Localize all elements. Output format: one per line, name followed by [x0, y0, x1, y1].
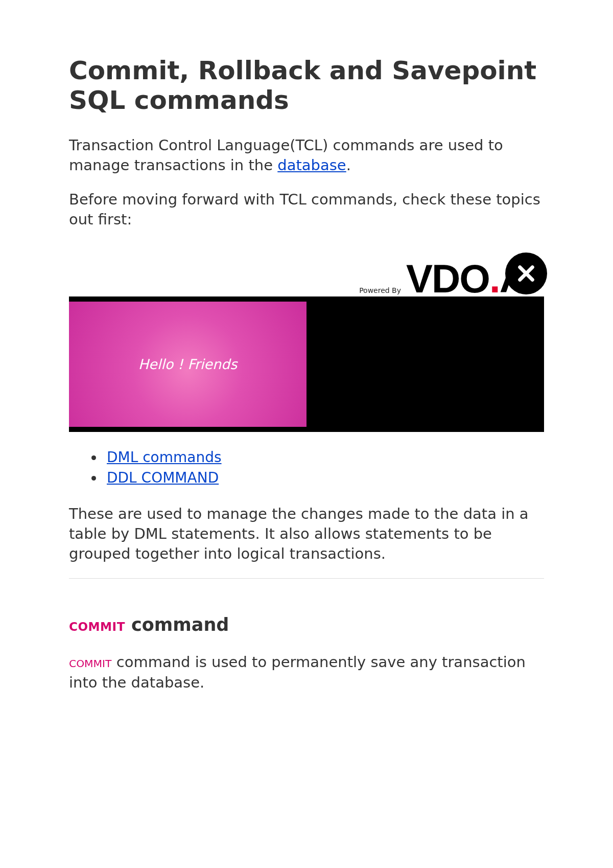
list-item: DDL COMMAND — [104, 468, 544, 489]
commit-description: COMMIT command is used to permanently sa… — [69, 652, 544, 692]
powered-by-label: Powered By — [359, 286, 401, 296]
text: command is used to permanently save any … — [69, 653, 526, 691]
divider — [69, 578, 544, 579]
intro-paragraph-1: Transaction Control Language(TCL) comman… — [69, 135, 544, 175]
list-item: DML commands — [104, 447, 544, 468]
ad-brand-row: Powered By VDO.AI — [69, 261, 544, 296]
commit-section-heading: COMMIT command — [69, 614, 544, 635]
brand-text-pre: VDO — [406, 261, 489, 296]
commit-keyword: COMMIT — [69, 620, 125, 633]
ad-slide-text: Hello ! Friends — [138, 356, 238, 372]
para-3: These are used to manage the changes mad… — [69, 504, 544, 564]
heading-text: command — [125, 614, 229, 635]
ad-close-button[interactable] — [505, 253, 547, 294]
close-icon — [515, 263, 537, 284]
ad-video-frame[interactable]: Hello ! Friends — [69, 296, 544, 432]
ad-slide: Hello ! Friends — [69, 302, 306, 427]
brand-dot-icon: . — [489, 261, 500, 296]
ddl-command-link[interactable]: DDL COMMAND — [107, 469, 219, 486]
database-link[interactable]: database — [277, 156, 346, 174]
dml-commands-link[interactable]: DML commands — [107, 449, 222, 466]
topic-links-list: DML commands DDL COMMAND — [69, 447, 544, 489]
intro-paragraph-2: Before moving forward with TCL commands,… — [69, 190, 544, 230]
commit-keyword-inline: COMMIT — [69, 657, 112, 670]
page-title: Commit, Rollback and Savepoint SQL comma… — [69, 56, 544, 115]
text: . — [346, 156, 351, 174]
ad-container: Powered By VDO.AI Hello ! Friends — [69, 261, 544, 432]
